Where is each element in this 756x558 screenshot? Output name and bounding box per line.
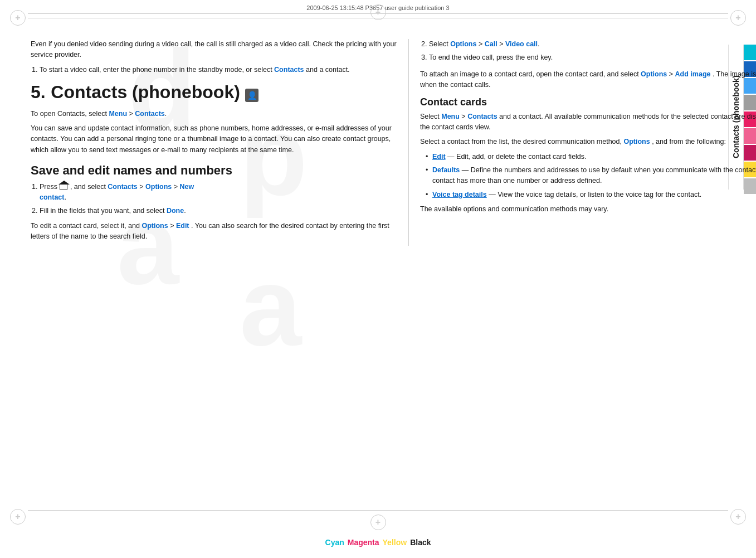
save-step-2: Fill in the fields that you want, and se… [40, 206, 397, 216]
call-link[interactable]: Call [485, 40, 498, 48]
edit-bullet-text: — Edit, add, or delete the contact card … [447, 153, 586, 161]
voicetag-bullet-label[interactable]: Voice tag details [432, 191, 487, 198]
intro-text: Even if you denied video sending during … [31, 40, 397, 59]
contact-cards-title: Contact cards [420, 96, 756, 108]
contact-options-list: Edit — Edit, add, or delete the contact … [426, 152, 756, 201]
voicetag-bullet-text: — View the voice tag details, or listen … [489, 191, 701, 198]
options-link-select[interactable]: Options [623, 138, 650, 145]
new-link[interactable]: New [180, 183, 194, 191]
phonebook-icon [245, 89, 258, 102]
select-text2: , and from the following: [652, 138, 726, 145]
save-paragraph: You can save and update contact informat… [31, 123, 397, 156]
videocall-link[interactable]: Video call [505, 40, 538, 48]
reg-mark-bottom-left [10, 509, 26, 525]
contact-cards-intro: Select Menu > Contacts and a contact. Al… [420, 111, 756, 133]
cmyk-cyan: Cyan [325, 538, 344, 547]
sep-cc: > [461, 113, 467, 120]
bullet-edit: Edit — Edit, add, or delete the contact … [426, 152, 756, 162]
reg-mark-top-left [10, 10, 26, 26]
edit-bullet-label[interactable]: Edit [432, 153, 446, 161]
chapter-title-block: 5. Contacts (phonebook) [31, 82, 397, 103]
defaults-bullet-text: — Define the numbers and addresses to us… [432, 166, 756, 185]
page-container: 2009-06-25 13:15:48 P3657 user guide pub… [0, 0, 756, 558]
reg-mark-top-right [730, 10, 746, 26]
step1-end: and a contact. [306, 66, 350, 74]
options-link-right[interactable]: Options [450, 40, 476, 48]
step1-text: To start a video call, enter the phone n… [40, 66, 272, 74]
edit-text1: To edit a contact card, select it, and [31, 222, 140, 230]
menu-link-1[interactable]: Menu [109, 110, 127, 118]
contact-cards-title-text: Contact cards [420, 96, 487, 108]
main-content: Even if you denied video sending during … [31, 39, 756, 246]
cut-line-bottom [28, 510, 728, 511]
sep-r1: > [479, 40, 485, 48]
video-call-steps-left: To start a video call, enter the phone n… [40, 65, 397, 75]
section-title-text: Save and edit names and numbers [31, 163, 232, 177]
menu-link-cc[interactable]: Menu [441, 113, 460, 120]
step1-period: . [64, 193, 66, 201]
save-edit-section-title: Save and edit names and numbers [31, 163, 397, 178]
select-text1: Select a contact from the list, the desi… [420, 138, 622, 145]
contact-link[interactable]: contact [40, 193, 64, 201]
deco-a2: a [240, 251, 301, 362]
cmyk-yellow: Yellow [383, 538, 407, 547]
addimage-link[interactable]: Add image [675, 70, 711, 78]
step2-select: Select [429, 40, 448, 48]
contacts-link-1[interactable]: Contacts [274, 66, 304, 74]
open-contacts-paragraph: To open Contacts, select Menu > Contacts… [31, 109, 397, 119]
sep-4: > [170, 222, 176, 230]
attach-paragraph: To attach an image to a contact card, op… [420, 69, 756, 91]
step2-r-period: . [538, 40, 539, 48]
options-link-attach[interactable]: Options [641, 70, 667, 78]
cmyk-bar: Cyan Magenta Yellow Black [325, 538, 431, 547]
step1-press: Press [40, 183, 57, 191]
step2-text: Fill in the fields that you want, and se… [40, 207, 164, 215]
edit-link[interactable]: Edit [176, 222, 189, 230]
open-text: To open Contacts, select [31, 110, 107, 118]
sep-3: > [174, 183, 180, 191]
bullet-voicetag: Voice tag details — View the voice tag d… [426, 190, 756, 200]
step-2-right: Select Options > Call > Video call. [429, 39, 756, 50]
step2-period: . [184, 207, 186, 215]
footer-text: The available options and communication … [420, 205, 608, 213]
step1-and: , and select [70, 183, 106, 191]
bullet-defaults: Defaults — Define the numbers and addres… [426, 165, 756, 187]
contacts-link-3[interactable]: Contacts [108, 183, 137, 191]
options-link-2[interactable]: Options [142, 222, 168, 230]
save-steps-list: Press , and select Contacts > Options > … [40, 182, 397, 217]
step-3-right: To end the video call, press the end key… [429, 52, 756, 63]
cmyk-magenta: Magenta [348, 538, 379, 547]
done-link[interactable]: Done [167, 207, 184, 215]
contacts-link-2[interactable]: Contacts [135, 110, 164, 118]
chapter-number: 5. [31, 82, 46, 102]
footer-paragraph: The available options and communication … [420, 204, 756, 215]
select-contact-paragraph: Select a contact from the list, the desi… [420, 137, 756, 147]
left-column: Even if you denied video sending during … [31, 39, 409, 246]
step-1-left: To start a video call, enter the phone n… [40, 65, 397, 75]
options-link-1[interactable]: Options [145, 183, 172, 191]
content-columns: Even if you denied video sending during … [31, 39, 756, 246]
cmyk-black: Black [410, 538, 431, 547]
edit-paragraph: To edit a contact card, select it, and O… [31, 221, 397, 242]
save-step-1: Press , and select Contacts > Options > … [40, 182, 397, 203]
sep-r2: > [499, 40, 505, 48]
video-call-steps-right: Select Options > Call > Video call. To e… [429, 39, 756, 64]
cc-intro: Select [420, 113, 440, 120]
step3-text: To end the video call, press the end key… [429, 54, 553, 61]
chapter-title-text: Contacts (phonebook) [51, 82, 240, 102]
period-1: . [165, 110, 167, 118]
right-column: Select Options > Call > Video call. To e… [409, 39, 756, 246]
intro-paragraph: Even if you denied video sending during … [31, 39, 397, 61]
reg-mark-bottom-right [730, 509, 746, 525]
sep-2: > [139, 183, 145, 191]
attach-text1: To attach an image to a contact card, op… [420, 70, 639, 78]
reg-mark-bottom-center [370, 515, 386, 530]
defaults-bullet-label[interactable]: Defaults [432, 166, 460, 174]
cut-line-top [28, 18, 728, 18]
sep-r3: > [669, 70, 675, 78]
home-icon [60, 183, 67, 190]
contacts-link-cc[interactable]: Contacts [467, 113, 497, 120]
sep-1: > [129, 110, 135, 118]
